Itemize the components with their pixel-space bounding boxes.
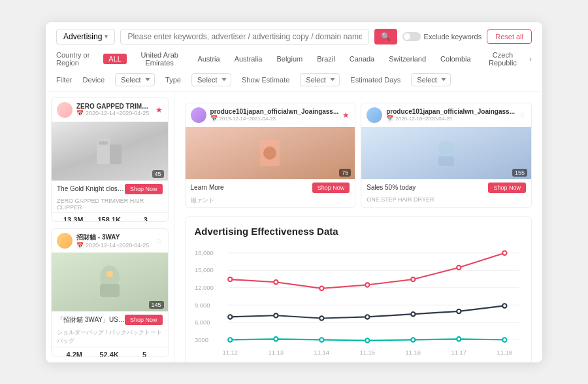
ad-text-row-4: 「招財貓 3WAY」USBポート 搭載の... Shop Now [52, 311, 168, 328]
ad-title-2: Learn More [191, 184, 312, 191]
ad-stats-1: 13.3M Show Estimate 158.1K Active 3 Esti… [52, 212, 168, 222]
svg-text:11.14: 11.14 [314, 348, 329, 355]
ad-card-4-header: 招財貓 - 3WAY 📅2020-12-14~2020-04-25 ☆ [52, 229, 168, 253]
ad-card-2-name: produce101japan_officialwn_Joaingass... [210, 108, 339, 115]
svg-text:3000: 3000 [195, 336, 208, 343]
ad-card-2-info: produce101japan_officialwn_Joaingass... … [210, 108, 339, 122]
ad-card-2-header: produce101japan_officialwn_Joaingass... … [186, 103, 355, 127]
svg-point-40 [411, 311, 415, 315]
chart-title: Advertising Effectiveness Data [195, 226, 522, 237]
svg-point-30 [274, 280, 278, 284]
ad-image-4: 145 [52, 253, 168, 311]
country-canada[interactable]: Canada [344, 54, 380, 64]
ad-card-3-info: produce101japan_officialwn_Joaingass... … [386, 108, 515, 122]
svg-text:11.17: 11.17 [451, 348, 466, 355]
ad-card-3-header: produce101japan_officialwn_Joaingass... … [361, 103, 531, 127]
svg-point-34 [457, 265, 461, 269]
ad-star-4[interactable]: ☆ [155, 236, 163, 245]
content: ZERO GAPPED TRIMMER HAIR CLIPPER 📅2020-1… [46, 92, 542, 362]
ad-card-3-name: produce101japan_officialwn_Joaingass... [386, 108, 515, 115]
svg-point-31 [319, 286, 323, 290]
chart-container: Advertising Effectiveness Data 18,000 15… [185, 216, 532, 362]
filter-label: Filter [56, 76, 72, 84]
ad-text-row-3: Sales 50% today Shop Now [361, 179, 531, 196]
ad-card-1-info: ZERO GAPPED TRIMMER HAIR CLIPPER 📅2020-1… [76, 103, 152, 116]
svg-point-42 [502, 304, 506, 307]
ad-card-2: produce101japan_officialwn_Joaingass... … [185, 103, 356, 208]
more-countries[interactable]: › [529, 55, 532, 63]
svg-point-48 [457, 337, 461, 341]
ad-badge-1: 45 [152, 170, 164, 178]
device-select[interactable]: Select [115, 73, 155, 86]
ad-avatar-3 [367, 107, 382, 123]
ad-badge-3: 155 [512, 169, 527, 177]
ad-image-3: 155 [361, 127, 531, 179]
ad-image-1: 45 [52, 122, 168, 181]
ad-card-2-dates: 📅2019-12-14~2021-04-23 [210, 115, 339, 122]
ad-stat-4-2: 5 Estimated days [127, 351, 163, 357]
shop-now-2[interactable]: Shop Now [312, 183, 350, 193]
shop-now-3[interactable]: Shop Now [488, 183, 526, 193]
ad-title-1: The Gold Knight close-cutting trimm... [57, 185, 125, 192]
advertising-dropdown[interactable]: Advertising [56, 29, 115, 44]
ad-avatar-4 [57, 233, 73, 249]
svg-rect-1 [110, 145, 122, 164]
svg-point-38 [319, 316, 323, 320]
ad-star-2[interactable]: ★ [342, 111, 350, 120]
type-select[interactable]: Select [191, 73, 231, 86]
country-czech[interactable]: Czech Republic [480, 50, 526, 68]
country-colombia[interactable]: Colombia [435, 54, 476, 64]
svg-point-47 [411, 338, 415, 341]
show-estimate-select[interactable]: Select [300, 73, 340, 86]
svg-text:11.15: 11.15 [359, 348, 375, 355]
ad-image-2: 75 [186, 127, 355, 179]
svg-point-37 [274, 313, 278, 317]
svg-text:6,000: 6,000 [195, 318, 210, 325]
svg-rect-2 [99, 141, 108, 145]
svg-text:11.18: 11.18 [497, 348, 512, 355]
svg-text:9,000: 9,000 [195, 301, 210, 308]
svg-point-41 [457, 309, 461, 313]
ad-card-3: produce101japan_officialwn_Joaingass... … [361, 103, 532, 208]
country-australia[interactable]: Australia [229, 54, 268, 64]
country-uae[interactable]: United Arab Emirates [131, 50, 189, 68]
type-label: Type [165, 76, 181, 84]
keyword-input[interactable] [120, 29, 368, 44]
shop-now-1[interactable]: Shop Now [125, 184, 163, 194]
country-row: Country or Region ALL United Arab Emirat… [56, 50, 532, 68]
chart-area: 18,000 15,000 12,000 9,000 6,000 3000 [195, 245, 522, 362]
country-label: Country or Region [56, 51, 97, 67]
app-container: Advertising 🔍 Exclude keywords Reset all… [46, 22, 542, 362]
ad-stat-4-0: 4.2M Show Estimate [57, 351, 91, 357]
country-brazil[interactable]: Brazil [312, 54, 340, 64]
exclude-toggle[interactable] [402, 32, 421, 41]
ad-text-row-1: The Gold Knight close-cutting trimm... S… [52, 181, 168, 198]
country-austria[interactable]: Austria [192, 54, 225, 64]
device-label: Device [82, 76, 105, 84]
svg-point-46 [365, 338, 369, 342]
ad-stat-1-2: 3 Estimated days [129, 216, 163, 222]
ad-text-row-2: Learn More Shop Now [186, 179, 355, 196]
svg-point-39 [365, 315, 369, 319]
country-all[interactable]: ALL [103, 54, 127, 64]
ad-star-1[interactable]: ★ [155, 105, 163, 114]
ad-stats-4: 4.2M Show Estimate 52.4K Active 5 Estima… [52, 347, 168, 357]
search-button[interactable]: 🔍 [374, 29, 397, 44]
left-panel: ZERO GAPPED TRIMMER HAIR CLIPPER 📅2020-1… [46, 92, 174, 362]
filter-row1: Advertising 🔍 Exclude keywords Reset all [56, 29, 532, 44]
svg-point-44 [274, 337, 278, 341]
est-days-select[interactable]: Select [411, 73, 451, 86]
ad-title-3: Sales 50% today [367, 184, 488, 191]
filter-bar: Advertising 🔍 Exclude keywords Reset all… [46, 22, 542, 92]
country-belgium[interactable]: Belgium [271, 54, 308, 64]
svg-point-36 [228, 315, 232, 319]
ad-card-1-dates: 📅2020-12-14~2020-04-25 [76, 110, 152, 116]
country-switzerland[interactable]: Switzerland [384, 54, 431, 64]
exclude-label: Exclude keywords [424, 33, 482, 41]
ad-star-3[interactable]: ☆ [519, 111, 526, 120]
svg-point-35 [502, 251, 506, 254]
svg-point-43 [228, 338, 232, 341]
reset-button[interactable]: Reset all [487, 29, 532, 44]
svg-text:12,000: 12,000 [195, 283, 214, 290]
shop-now-4[interactable]: Shop Now [125, 315, 163, 325]
